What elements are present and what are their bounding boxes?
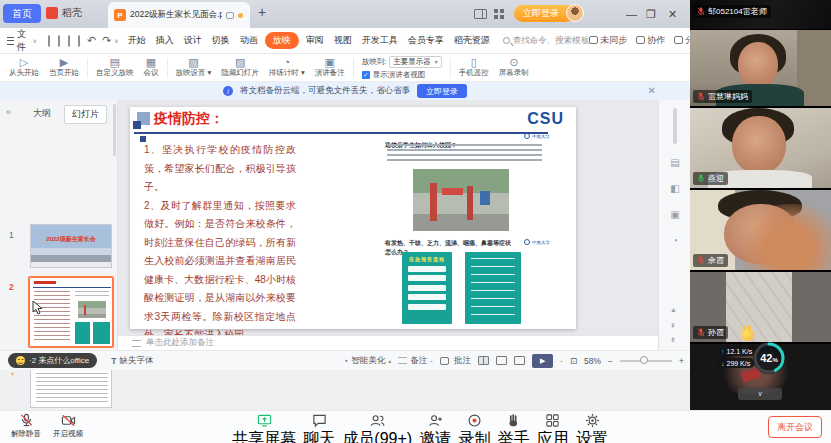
apps-button[interactable]: 应用 [537,413,569,443]
custom-show-button[interactable]: ▤自定义放映 [91,55,139,81]
tab-review[interactable]: 审阅 [303,32,327,49]
tab-membership[interactable]: 会员专享 [405,32,447,49]
body-paragraph-1: 1、坚决执行学校的疫情防控政策，希望家长们配合，积极引导孩子。 [144,141,296,197]
video-tile-2[interactable]: 雷慧琳妈妈 [690,30,831,106]
avatar[interactable] [566,4,584,22]
print-icon[interactable] [68,35,70,47]
apps-grid-icon[interactable] [494,9,505,20]
notes-bar[interactable]: 单击此处添加备注 [118,335,658,350]
docer-tab[interactable]: 稻壳 [46,6,82,20]
tab-docer-resources[interactable]: 稻壳资源 [451,32,493,49]
hide-slide-button[interactable]: ▨隐藏幻灯片 [216,55,264,81]
split-window-icon[interactable] [474,9,487,19]
scroll-up-icon[interactable]: ▲ [670,306,677,313]
collapse-videos-button[interactable]: ∨ [738,388,782,400]
export-icon[interactable] [58,35,60,47]
display-select[interactable]: 主要显示器▾ [389,56,442,68]
video-tile-4[interactable]: 佘霞 [690,190,831,270]
record-screen-icon: ⊙ [509,57,518,67]
tab-design[interactable]: 设计 [181,32,205,49]
tab-insert[interactable]: 插入 [153,32,177,49]
play-options-dot[interactable]: · [560,356,563,366]
zoom-plus-button[interactable]: + [679,356,684,366]
chat-button[interactable]: 聊天 [303,413,335,443]
zoom-minus-button[interactable]: − [608,356,613,366]
leave-meeting-button[interactable]: 离开会议 [768,416,822,438]
presenter-view-checkbox[interactable]: ✓ [362,71,370,79]
current-slide[interactable]: 疫情防控： CSU 1、坚决执行学校的疫情防控政策，希望家长们配合，积极引导孩子… [130,107,576,329]
new-tab-button[interactable]: + [258,4,266,20]
slide-thumbnail-1[interactable]: 2022级新生家长会 [30,224,112,268]
start-video-button[interactable]: 开启视频 [46,413,90,439]
video-tile-1[interactable]: 邹052104雷老师 [690,0,831,29]
tab-view[interactable]: 视图 [331,32,355,49]
video-tile-5[interactable]: 孙霞 [690,272,831,342]
from-current-button[interactable]: ▶当页开始 [44,55,84,81]
video-tile-3-active-speaker[interactable]: 燕迎 [690,108,831,188]
comment-button[interactable]: 批注 [440,355,471,367]
show-settings-button[interactable]: ▧放映设置 ▾ [171,55,217,81]
collapse-panel-icon[interactable]: « [6,107,11,117]
raise-hand-button[interactable]: 举手 [498,413,530,443]
tab-slideshow[interactable]: 放映 [265,32,299,49]
unmute-button[interactable]: 解除静音 [4,413,48,439]
zoom-slider[interactable] [620,360,672,362]
notes-toggle-button[interactable]: 备注 · [398,355,433,367]
tab-home[interactable]: 开始 [125,32,149,49]
close-button[interactable]: ✕ [668,8,677,21]
properties-panel-icon[interactable]: ▤ [668,156,682,170]
next-slide-icon[interactable]: ⇟ [670,336,676,344]
sorter-view-icon[interactable] [496,356,507,365]
reaction-tooltip[interactable]: ·2 来点什么office [8,353,97,368]
minimize-button[interactable]: — [626,8,637,20]
previous-slide-icon[interactable]: ⇞ [670,322,676,330]
speaker-notes-button[interactable]: ▣演讲备注 [310,55,350,81]
members-button[interactable]: 成员(99+) [342,413,412,443]
document-tab[interactable]: P 2022级新生家长见面会.pptx [108,2,250,28]
object-pane-icon[interactable]: ▣ [668,208,682,222]
sync-status[interactable]: 未同步 [589,34,627,47]
play-slideshow-button[interactable]: ▶ [532,354,553,368]
tab-transition[interactable]: 切换 [209,32,233,49]
from-start-button[interactable]: ▷从头开始 [4,55,44,81]
home-tab[interactable]: 首页 [3,4,41,23]
invite-button[interactable]: 邀请 [419,413,451,443]
tab-devtools[interactable]: 开发工具 [359,32,401,49]
selection-pane-icon[interactable]: ◧ [668,182,682,196]
share-screen-button[interactable]: 共享屏幕 [232,413,296,443]
missing-font-warning[interactable]: T 缺失字体 [111,355,153,367]
save-icon[interactable] [48,35,50,47]
undo-icon[interactable]: ↶ [87,34,96,47]
panel-scrollbar[interactable] [113,104,116,156]
settings-button[interactable]: 设置 [576,413,608,443]
slides-tab[interactable]: 幻灯片 [64,105,107,124]
phone-remote-button[interactable]: ▯手机遥控 [454,55,494,81]
notice-close-icon[interactable]: ✕ [648,85,656,96]
rehearse-button[interactable]: ◔排练计时 ▾ [264,55,310,81]
outline-tab[interactable]: 大纲 [26,105,58,124]
screen-record-button[interactable]: ⊙屏幕录制 [494,55,534,81]
notice-login-button[interactable]: 立即登录 [417,84,467,98]
fit-slide-icon[interactable]: ⊡ [570,356,577,366]
editor-canvas[interactable]: 疫情防控： CSU 1、坚决执行学校的疫情防控政策，希望家长们配合，积极引导孩子… [118,100,658,335]
more-chevron-icon[interactable]: ∨ [114,37,118,44]
redo-icon[interactable]: ↷ [102,34,111,47]
file-menu[interactable]: 文件 ∨ [0,28,44,54]
slide-panel: « 大纲 幻灯片 1 2022级新生家长会 2 [0,100,118,350]
maximize-button[interactable]: ❐ [646,8,656,21]
muted-mic-icon [697,328,705,337]
canvas-scrollbar[interactable] [673,108,677,144]
record-button[interactable]: 录制 [458,413,490,443]
command-search-input[interactable]: 查找命令、搜索模板 [503,35,590,47]
animation-pane-icon[interactable]: ◔ [668,234,682,248]
normal-view-icon[interactable] [478,356,489,365]
meeting-button[interactable]: ▦会议 [139,55,164,81]
smart-beautify-button[interactable]: ◔智能美化▴ [343,355,391,367]
reading-view-icon[interactable] [514,356,525,365]
preview-icon[interactable] [78,35,80,47]
collaborate-button[interactable]: 协作 [636,34,665,47]
tab-animation[interactable]: 动画 [237,32,261,49]
screen: 首页 稻壳 P 2022级新生家长见面会.pptx + 立即登录 — ❐ ✕ [0,0,831,443]
zoom-level[interactable]: 58% [584,356,601,366]
zoom-slider-knob[interactable] [640,356,648,364]
